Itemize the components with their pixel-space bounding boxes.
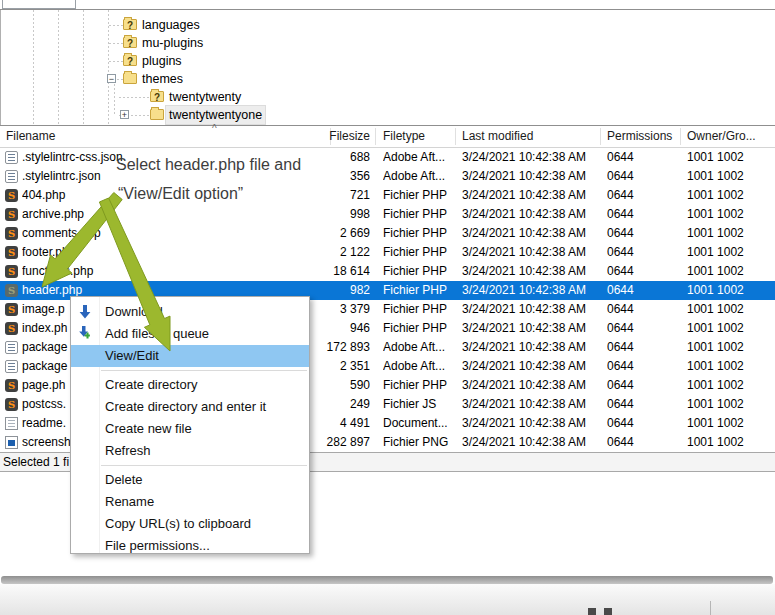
menu-item-label: Refresh	[105, 440, 151, 462]
clipped-icon	[588, 608, 596, 615]
menu-item-copy-url-s-to-clipboard[interactable]: Copy URL(s) to clipboard	[71, 513, 309, 535]
file-cell-perm: 0644	[607, 167, 682, 186]
column-separator	[680, 128, 681, 145]
file-cell-perm: 0644	[607, 433, 682, 452]
file-cell-type: Document...	[383, 414, 461, 433]
tree-connector	[109, 43, 123, 44]
column-header-permissions[interactable]: Permissions	[607, 129, 672, 143]
question-mark: ?	[124, 21, 136, 31]
column-separator	[710, 601, 711, 615]
file-cell-mod: 3/24/2021 10:42:38 AM	[462, 376, 602, 395]
file-cell-type: Adobe Aft...	[383, 338, 461, 357]
file-cell-mod: 3/24/2021 10:42:38 AM	[462, 262, 602, 281]
tree-connector	[119, 97, 150, 98]
file-cell-owner: 1001 1002	[687, 300, 775, 319]
tree-item-plugins[interactable]: ?plugins	[1, 52, 775, 70]
menu-item-create-directory-and-enter-it[interactable]: Create directory and enter it	[71, 396, 309, 418]
json-lines-icon	[5, 360, 18, 373]
menu-item-label: View/Edit	[105, 345, 159, 367]
file-cell-perm: 0644	[607, 243, 682, 262]
menu-item-label: Create directory and enter it	[105, 396, 266, 418]
file-cell-owner: 1001 1002	[687, 433, 775, 452]
menu-item-file-permissions-[interactable]: File permissions...	[71, 535, 309, 557]
file-cell-perm: 0644	[607, 224, 682, 243]
file-cell-perm: 0644	[607, 357, 682, 376]
file-cell-perm: 0644	[607, 338, 682, 357]
sublime-icon: S	[5, 398, 18, 411]
bottom-pane	[0, 584, 775, 615]
column-header-filename[interactable]: Filename	[6, 129, 55, 143]
file-cell-type: Adobe Aft...	[383, 167, 461, 186]
file-cell-type: Fichier PHP	[383, 186, 461, 205]
file-list-header: ^ FilenameFilesizeFiletypeLast modifiedP…	[0, 126, 775, 148]
image-icon	[5, 436, 18, 449]
menu-item-view-edit[interactable]: View/Edit	[71, 345, 309, 367]
file-cell-mod: 3/24/2021 10:42:38 AM	[462, 338, 602, 357]
column-header-last-modified[interactable]: Last modified	[462, 129, 533, 143]
file-cell-type: Fichier PHP	[383, 300, 461, 319]
tree-item-languages[interactable]: ?languages	[1, 16, 775, 34]
menu-item-label: Copy URL(s) to clipboard	[105, 513, 251, 535]
file-cell-type: Fichier PHP	[383, 243, 461, 262]
file-cell-owner: 1001 1002	[687, 395, 775, 414]
question-mark: ?	[124, 39, 136, 49]
menu-item-label: Delete	[105, 469, 143, 491]
menu-item-label: Add files to queue	[105, 323, 209, 345]
sublime-icon: S	[5, 246, 18, 259]
column-header-owner-gro-[interactable]: Owner/Gro...	[687, 129, 756, 143]
file-cell-owner: 1001 1002	[687, 167, 775, 186]
json-lines-icon	[5, 170, 18, 183]
collapse-icon[interactable]: −	[107, 74, 116, 83]
file-cell-type: Fichier PHP	[383, 376, 461, 395]
file-cell-type: Fichier PHP	[383, 281, 461, 300]
tree-item-themes[interactable]: −themes	[1, 70, 775, 88]
column-header-filetype[interactable]: Filetype	[383, 129, 425, 143]
sublime-icon: S	[5, 379, 18, 392]
menu-item-download[interactable]: Download	[71, 301, 309, 323]
menu-item-label: Create directory	[105, 374, 197, 396]
column-separator	[375, 128, 376, 145]
menu-item-create-directory[interactable]: Create directory	[71, 374, 309, 396]
pane-splitter-handle[interactable]	[1, 576, 773, 584]
file-cell-type: Adobe Aft...	[383, 148, 461, 167]
menu-item-add-files-to-queue[interactable]: Add files to queue	[71, 323, 309, 345]
json-lines-icon	[5, 151, 18, 164]
file-row[interactable]: Sfunctions.php18 614Fichier PHP3/24/2021…	[0, 262, 775, 281]
menu-item-create-new-file[interactable]: Create new file	[71, 418, 309, 440]
tree-item-mu-plugins[interactable]: ?mu-plugins	[1, 34, 775, 52]
download-icon	[77, 304, 93, 320]
menu-item-delete[interactable]: Delete	[71, 469, 309, 491]
file-cell-owner: 1001 1002	[687, 262, 775, 281]
sublime-icon: S	[5, 284, 18, 297]
tree-item-twentytwentyone[interactable]: +twentytwentyone	[1, 106, 775, 124]
question-folder-icon: ?	[123, 19, 137, 30]
tree-connector	[109, 61, 123, 62]
question-folder-icon: ?	[123, 37, 137, 48]
file-cell-owner: 1001 1002	[687, 243, 775, 262]
column-separator	[455, 128, 456, 145]
file-cell-mod: 3/24/2021 10:42:38 AM	[462, 414, 602, 433]
file-cell-mod: 3/24/2021 10:42:38 AM	[462, 357, 602, 376]
file-cell-perm: 0644	[607, 148, 682, 167]
menu-item-rename[interactable]: Rename	[71, 491, 309, 513]
file-cell-mod: 3/24/2021 10:42:38 AM	[462, 167, 602, 186]
file-cell-mod: 3/24/2021 10:42:38 AM	[462, 186, 602, 205]
menu-item-refresh[interactable]: Refresh	[71, 440, 309, 462]
doc-icon	[5, 417, 18, 430]
sublime-icon: S	[5, 322, 18, 335]
tree-item-twentytwenty[interactable]: ?twentytwenty	[1, 88, 775, 106]
file-row[interactable]: Scomments.php2 669Fichier PHP3/24/2021 1…	[0, 224, 775, 243]
column-separator	[600, 128, 601, 145]
file-row[interactable]: Sfooter.php2 122Fichier PHP3/24/2021 10:…	[0, 243, 775, 262]
expand-icon[interactable]: +	[120, 110, 129, 119]
column-header-filesize[interactable]: Filesize	[280, 129, 370, 143]
file-cell-perm: 0644	[607, 281, 682, 300]
file-cell-mod: 3/24/2021 10:42:38 AM	[462, 205, 602, 224]
file-cell-mod: 3/24/2021 10:42:38 AM	[462, 243, 602, 262]
sublime-icon: S	[5, 189, 18, 202]
file-cell-owner: 1001 1002	[687, 357, 775, 376]
file-cell-owner: 1001 1002	[687, 205, 775, 224]
menu-item-label: Rename	[105, 491, 154, 513]
tree-item-label: twentytwenty	[166, 88, 244, 106]
menu-separator	[101, 465, 307, 466]
